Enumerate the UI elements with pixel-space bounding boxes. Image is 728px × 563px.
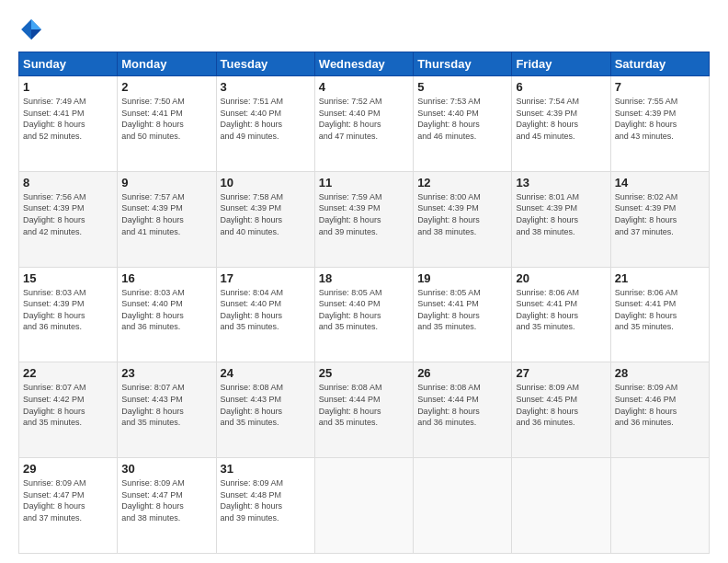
- day-number: 5: [417, 80, 507, 94]
- table-row: 2Sunrise: 7:50 AM Sunset: 4:41 PM Daylig…: [118, 76, 216, 172]
- day-info: Sunrise: 8:00 AM Sunset: 4:39 PM Dayligh…: [417, 191, 507, 237]
- day-number: 10: [221, 176, 311, 190]
- table-row: 10Sunrise: 7:58 AM Sunset: 4:39 PM Dayli…: [216, 171, 314, 267]
- table-row: 27Sunrise: 8:09 AM Sunset: 4:45 PM Dayli…: [512, 362, 610, 458]
- day-number: 30: [121, 462, 211, 476]
- calendar-week-row: 15Sunrise: 8:03 AM Sunset: 4:39 PM Dayli…: [19, 267, 710, 362]
- table-row: 24Sunrise: 8:08 AM Sunset: 4:43 PM Dayli…: [216, 362, 314, 458]
- table-row: 4Sunrise: 7:52 AM Sunset: 4:40 PM Daylig…: [314, 76, 413, 172]
- col-sunday: Sunday: [19, 52, 118, 76]
- svg-marker-2: [31, 29, 41, 40]
- table-row: 17Sunrise: 8:04 AM Sunset: 4:40 PM Dayli…: [216, 267, 314, 362]
- day-info: Sunrise: 8:03 AM Sunset: 4:39 PM Dayligh…: [23, 287, 113, 333]
- table-row: 29Sunrise: 8:09 AM Sunset: 4:47 PM Dayli…: [19, 458, 118, 554]
- day-number: 15: [23, 271, 113, 285]
- table-row: 7Sunrise: 7:55 AM Sunset: 4:39 PM Daylig…: [610, 76, 709, 172]
- table-row: 28Sunrise: 8:09 AM Sunset: 4:46 PM Dayli…: [610, 362, 709, 458]
- day-info: Sunrise: 8:08 AM Sunset: 4:44 PM Dayligh…: [319, 382, 409, 428]
- day-info: Sunrise: 8:07 AM Sunset: 4:42 PM Dayligh…: [23, 382, 113, 428]
- table-row: 12Sunrise: 8:00 AM Sunset: 4:39 PM Dayli…: [414, 171, 512, 267]
- logo-icon: [18, 17, 44, 42]
- day-number: 31: [221, 462, 311, 476]
- table-row: 26Sunrise: 8:08 AM Sunset: 4:44 PM Dayli…: [414, 362, 512, 458]
- day-number: 25: [319, 366, 409, 380]
- table-row: 5Sunrise: 7:53 AM Sunset: 4:40 PM Daylig…: [414, 76, 512, 172]
- day-info: Sunrise: 8:05 AM Sunset: 4:40 PM Dayligh…: [319, 287, 409, 333]
- day-number: 11: [319, 176, 409, 190]
- table-row: [512, 458, 610, 554]
- day-info: Sunrise: 8:05 AM Sunset: 4:41 PM Dayligh…: [417, 287, 507, 333]
- day-info: Sunrise: 7:53 AM Sunset: 4:40 PM Dayligh…: [417, 96, 507, 142]
- table-row: 13Sunrise: 8:01 AM Sunset: 4:39 PM Dayli…: [512, 171, 610, 267]
- day-number: 16: [121, 271, 211, 285]
- day-number: 3: [221, 80, 311, 94]
- calendar-week-row: 8Sunrise: 7:56 AM Sunset: 4:39 PM Daylig…: [19, 171, 710, 267]
- day-number: 4: [319, 80, 409, 94]
- day-number: 1: [23, 80, 113, 94]
- col-monday: Monday: [118, 52, 216, 76]
- table-row: 23Sunrise: 8:07 AM Sunset: 4:43 PM Dayli…: [118, 362, 216, 458]
- table-row: 8Sunrise: 7:56 AM Sunset: 4:39 PM Daylig…: [19, 171, 118, 267]
- table-row: 22Sunrise: 8:07 AM Sunset: 4:42 PM Dayli…: [19, 362, 118, 458]
- day-number: 19: [417, 271, 507, 285]
- table-row: [610, 458, 709, 554]
- day-info: Sunrise: 7:54 AM Sunset: 4:39 PM Dayligh…: [516, 96, 606, 142]
- table-row: [414, 458, 512, 554]
- table-row: 21Sunrise: 8:06 AM Sunset: 4:41 PM Dayli…: [610, 267, 709, 362]
- calendar-header-row: Sunday Monday Tuesday Wednesday Thursday…: [19, 52, 710, 76]
- calendar-week-row: 29Sunrise: 8:09 AM Sunset: 4:47 PM Dayli…: [19, 458, 710, 554]
- day-number: 22: [23, 366, 113, 380]
- day-number: 29: [23, 462, 113, 476]
- logo: [18, 17, 48, 42]
- day-info: Sunrise: 8:09 AM Sunset: 4:47 PM Dayligh…: [23, 477, 113, 523]
- day-info: Sunrise: 8:08 AM Sunset: 4:43 PM Dayligh…: [221, 382, 311, 428]
- day-number: 27: [516, 366, 606, 380]
- table-row: 6Sunrise: 7:54 AM Sunset: 4:39 PM Daylig…: [512, 76, 610, 172]
- day-info: Sunrise: 7:51 AM Sunset: 4:40 PM Dayligh…: [221, 96, 311, 142]
- table-row: 30Sunrise: 8:09 AM Sunset: 4:47 PM Dayli…: [118, 458, 216, 554]
- calendar-table: Sunday Monday Tuesday Wednesday Thursday…: [18, 52, 710, 554]
- calendar-week-row: 1Sunrise: 7:49 AM Sunset: 4:41 PM Daylig…: [19, 76, 710, 172]
- day-info: Sunrise: 7:58 AM Sunset: 4:39 PM Dayligh…: [221, 191, 311, 237]
- day-info: Sunrise: 8:08 AM Sunset: 4:44 PM Dayligh…: [417, 382, 507, 428]
- day-info: Sunrise: 8:09 AM Sunset: 4:48 PM Dayligh…: [221, 477, 311, 523]
- day-info: Sunrise: 7:59 AM Sunset: 4:39 PM Dayligh…: [319, 191, 409, 237]
- day-info: Sunrise: 8:09 AM Sunset: 4:46 PM Dayligh…: [615, 382, 705, 428]
- day-info: Sunrise: 7:57 AM Sunset: 4:39 PM Dayligh…: [121, 191, 211, 237]
- day-number: 26: [417, 366, 507, 380]
- day-number: 7: [615, 80, 705, 94]
- day-info: Sunrise: 7:49 AM Sunset: 4:41 PM Dayligh…: [23, 96, 113, 142]
- table-row: 20Sunrise: 8:06 AM Sunset: 4:41 PM Dayli…: [512, 267, 610, 362]
- day-number: 23: [121, 366, 211, 380]
- day-number: 8: [23, 176, 113, 190]
- day-info: Sunrise: 7:50 AM Sunset: 4:41 PM Dayligh…: [121, 96, 211, 142]
- table-row: 9Sunrise: 7:57 AM Sunset: 4:39 PM Daylig…: [118, 171, 216, 267]
- day-info: Sunrise: 8:09 AM Sunset: 4:45 PM Dayligh…: [516, 382, 606, 428]
- day-number: 12: [417, 176, 507, 190]
- table-row: 3Sunrise: 7:51 AM Sunset: 4:40 PM Daylig…: [216, 76, 314, 172]
- table-row: 14Sunrise: 8:02 AM Sunset: 4:39 PM Dayli…: [610, 171, 709, 267]
- col-tuesday: Tuesday: [216, 52, 314, 76]
- day-info: Sunrise: 7:52 AM Sunset: 4:40 PM Dayligh…: [319, 96, 409, 142]
- day-number: 2: [121, 80, 211, 94]
- col-thursday: Thursday: [414, 52, 512, 76]
- day-number: 9: [121, 176, 211, 190]
- day-number: 17: [221, 271, 311, 285]
- day-info: Sunrise: 8:03 AM Sunset: 4:40 PM Dayligh…: [121, 287, 211, 333]
- day-info: Sunrise: 8:09 AM Sunset: 4:47 PM Dayligh…: [121, 477, 211, 523]
- col-friday: Friday: [512, 52, 610, 76]
- day-info: Sunrise: 8:06 AM Sunset: 4:41 PM Dayligh…: [516, 287, 606, 333]
- table-row: 1Sunrise: 7:49 AM Sunset: 4:41 PM Daylig…: [19, 76, 118, 172]
- page: Sunday Monday Tuesday Wednesday Thursday…: [0, 0, 728, 563]
- table-row: 31Sunrise: 8:09 AM Sunset: 4:48 PM Dayli…: [216, 458, 314, 554]
- day-number: 13: [516, 176, 606, 190]
- day-number: 18: [319, 271, 409, 285]
- table-row: 19Sunrise: 8:05 AM Sunset: 4:41 PM Dayli…: [414, 267, 512, 362]
- svg-marker-1: [31, 19, 41, 29]
- table-row: 11Sunrise: 7:59 AM Sunset: 4:39 PM Dayli…: [314, 171, 413, 267]
- day-number: 24: [221, 366, 311, 380]
- day-number: 21: [615, 271, 705, 285]
- table-row: 16Sunrise: 8:03 AM Sunset: 4:40 PM Dayli…: [118, 267, 216, 362]
- day-number: 20: [516, 271, 606, 285]
- day-info: Sunrise: 7:55 AM Sunset: 4:39 PM Dayligh…: [615, 96, 705, 142]
